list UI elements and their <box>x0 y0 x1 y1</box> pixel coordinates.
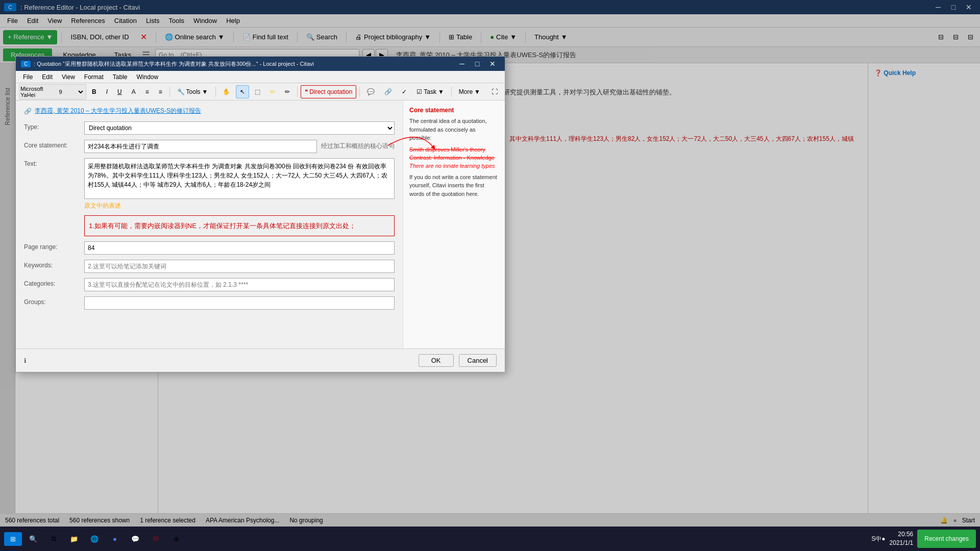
dialog-menu-view[interactable]: View <box>58 72 79 82</box>
recent-changes-button[interactable]: Recent changes <box>917 530 976 548</box>
text-textarea[interactable]: 采用整群随机取样法选取某师范大学本科生作 为调查对象 共发放问卷300份 回收到… <box>84 158 395 199</box>
dialog-menu-bar: File Edit View Format Table Window <box>16 71 505 83</box>
systray-icons: S中● <box>871 535 885 543</box>
categories-input[interactable] <box>84 278 395 291</box>
pen-button[interactable]: ✏ <box>281 85 294 98</box>
dialog-app-logo: C <box>21 61 31 67</box>
bold-button[interactable]: B <box>88 85 101 98</box>
core-stmt-note: If you do not write a core statement you… <box>409 173 499 198</box>
core-stmt-example2: Contrast: Information - Knowledge <box>409 155 499 161</box>
taskbar-task-view[interactable]: ⧉ <box>44 530 63 548</box>
underline-button[interactable]: U <box>113 85 126 98</box>
font-size-select[interactable]: 9 <box>57 88 85 95</box>
text-original-hint: 原文中的表述 <box>84 202 395 210</box>
core-stmt-desc: The central idea of a quotation, formula… <box>409 117 499 142</box>
dialog-right-panel: Core statement The central idea of a quo… <box>403 101 505 348</box>
taskbar-search[interactable]: 🔍 <box>24 530 42 548</box>
footer-info: ℹ <box>24 357 27 364</box>
categories-control <box>84 278 395 291</box>
groups-input[interactable] <box>84 296 395 310</box>
tools-button[interactable]: 🔧 Tools ▼ <box>173 85 212 98</box>
type-label: Type: <box>24 121 80 131</box>
tools-icon: 🔧 <box>177 88 185 95</box>
link-icon: 🔗 <box>24 108 32 115</box>
align-button[interactable]: ≡ <box>141 85 153 98</box>
notes-text[interactable]: 1.如果有可能，需要内嵌阅读器到NE，才能保证打开某一条具体笔记直接连接到原文出… <box>89 220 390 232</box>
categories-row: Categories: <box>24 278 395 291</box>
direct-quotation-button[interactable]: ❝ Direct quotation <box>301 85 356 98</box>
keywords-control <box>84 260 395 273</box>
core-stmt-title: Core statement <box>409 107 499 114</box>
subscript-button[interactable]: A <box>128 85 140 98</box>
taskbar-extra[interactable]: ⊕ <box>167 530 185 548</box>
comment-button[interactable]: 💬 <box>363 85 379 98</box>
core-statement-control: 经过加工和概括的核心语句 <box>84 140 395 153</box>
taskbar-360[interactable]: ⦾ <box>146 530 165 548</box>
link-button[interactable]: 🔗 <box>380 85 396 98</box>
type-row: Type: Direct quotation <box>24 121 395 135</box>
bullet-button[interactable]: ≡ <box>155 85 166 98</box>
dialog-ref-link[interactable]: 🔗 李西霞, 黄荣 2010 – 大学生学习投入量表UWES-S的修订报告 <box>24 107 395 115</box>
page-range-input[interactable] <box>84 241 395 255</box>
notes-container: 1.如果有可能，需要内嵌阅读器到NE，才能保证打开某一条具体笔记直接连接到原文出… <box>84 215 395 236</box>
page-range-control <box>84 241 395 255</box>
core-statement-container: 经过加工和概括的核心语句 <box>84 140 395 153</box>
dialog-footer: ℹ OK Cancel <box>16 348 505 372</box>
dialog-menu-format[interactable]: Format <box>80 72 108 82</box>
ok-button[interactable]: OK <box>419 354 454 367</box>
core-statement-input[interactable] <box>84 140 317 153</box>
highlight-button[interactable]: ✏ <box>266 85 279 98</box>
dialog-maximize-button[interactable]: □ <box>470 58 484 69</box>
hand-cursor-button[interactable]: ✋ <box>218 85 234 98</box>
windows-icon: ⊞ <box>10 535 16 543</box>
footer-buttons: OK Cancel <box>419 354 497 367</box>
cancel-button[interactable]: Cancel <box>459 354 497 367</box>
check-button[interactable]: ✓ <box>398 85 411 98</box>
dialog-toolbar: Microsoft YaHei 9 B I U A ≡ ≡ 🔧 Tools ▼ … <box>16 83 505 101</box>
keywords-row: Keywords: <box>24 260 395 273</box>
more-button[interactable]: More ▼ <box>455 85 484 98</box>
text-control: 采用整群随机取样法选取某师范大学本科生作 为调查对象 共发放问卷300份 回收到… <box>84 158 395 210</box>
start-button[interactable]: ⊞ <box>4 532 22 546</box>
dialog-menu-file[interactable]: File <box>19 72 37 82</box>
taskbar-edge[interactable]: 🌐 <box>85 530 104 548</box>
taskbar-systray: S中● <box>871 535 885 543</box>
font-selector: Microsoft YaHei 9 <box>19 84 86 99</box>
core-statement-label: Core statement: <box>24 140 80 149</box>
italic-button[interactable]: I <box>102 85 112 98</box>
task-icon: ☑ <box>416 88 422 95</box>
dialog-menu-edit[interactable]: Edit <box>38 72 57 82</box>
dialog-title-text: : Quotation "采用整群随机取样法选取某师范大学本科生作 为调查对象 … <box>34 60 314 68</box>
taskbar-chrome[interactable]: ● <box>106 530 124 548</box>
taskbar: ⊞ 🔍 ⧉ 📁 🌐 ● 💬 ⦾ ⊕ S中● 20:56 2021/1/1 Rec… <box>0 527 980 551</box>
dialog-main: 🔗 李西霞, 黄荣 2010 – 大学生学习投入量表UWES-S的修订报告 Ty… <box>16 101 403 348</box>
dialog-minimize-button[interactable]: ─ <box>455 58 469 69</box>
font-name: Microsoft YaHei <box>20 86 56 98</box>
cursor-button[interactable]: ↖ <box>236 85 249 98</box>
page-range-label: Page range: <box>24 241 80 251</box>
quote-icon: ❝ <box>305 88 308 95</box>
dialog-menu-window[interactable]: Window <box>133 72 163 82</box>
text-label: Text: <box>24 158 80 167</box>
groups-control <box>84 296 395 310</box>
select-button[interactable]: ⬚ <box>251 85 264 98</box>
quotation-dialog: C : Quotation "采用整群随机取样法选取某师范大学本科生作 为调查对… <box>15 56 505 372</box>
dialog-menu-table[interactable]: Table <box>109 72 132 82</box>
dialog-close-button[interactable]: ✕ <box>485 58 500 69</box>
expand-button[interactable]: ⛶ <box>487 85 502 98</box>
type-control: Direct quotation <box>84 121 395 135</box>
taskbar-time: 20:56 2021/1/1 <box>890 530 914 547</box>
core-stmt-example3: There are no innate learning types <box>409 163 499 169</box>
groups-row: Groups: <box>24 296 395 310</box>
task-button[interactable]: ☑ Task ▼ <box>412 85 448 98</box>
taskbar-file-explorer[interactable]: 📁 <box>65 530 83 548</box>
keywords-label: Keywords: <box>24 260 80 269</box>
info-icon: ℹ <box>24 357 27 364</box>
text-row: Text: 采用整群随机取样法选取某师范大学本科生作 为调查对象 共发放问卷30… <box>24 158 395 210</box>
taskbar-wechat[interactable]: 💬 <box>126 530 144 548</box>
dialog-content: 🔗 李西霞, 黄荣 2010 – 大学生学习投入量表UWES-S的修订报告 Ty… <box>16 101 505 348</box>
keywords-input[interactable] <box>84 260 395 273</box>
dropdown-icon-tools: ▼ <box>202 88 208 95</box>
type-select[interactable]: Direct quotation <box>84 121 395 135</box>
core-statement-row: Core statement: 经过加工和概括的核心语句 <box>24 140 395 153</box>
